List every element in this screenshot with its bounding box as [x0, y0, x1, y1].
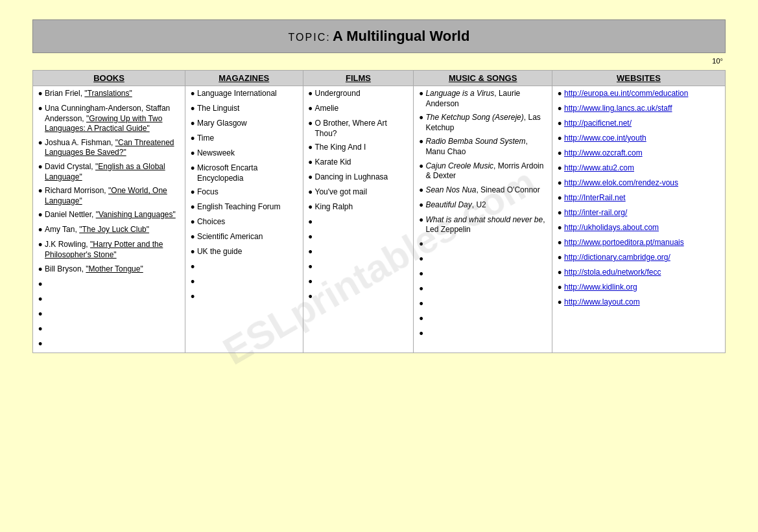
website-item[interactable]: http://dictionary.cambridge.org/ [564, 253, 720, 263]
bullet-point: • [38, 161, 45, 173]
bullet-point: • [309, 142, 315, 154]
list-item: •Language International [191, 89, 298, 100]
bullet-point: • [191, 276, 197, 288]
website-link[interactable]: http://www.kidlink.org [564, 283, 637, 292]
website-item[interactable]: http://europa.eu.int/comm/education [564, 89, 720, 99]
website-link[interactable]: http://stola.edu/network/fecc [564, 268, 661, 277]
list-item: •Daniel Nettler, "Vanishing Languages" [38, 210, 180, 221]
book-item: Amy Tan, "The Joy Luck Club" [45, 225, 180, 235]
bullet-point: • [38, 239, 45, 251]
list-item: • [38, 339, 180, 350]
list-item: •http://pacificnet.net/ [558, 119, 720, 130]
list-item: •http://www.portoeditora.pt/manuais [558, 238, 720, 249]
films-cell: •Underground•Amelie•O Brother, Where Art… [303, 86, 414, 353]
bullet-point: • [419, 185, 425, 196]
website-link[interactable]: http://dictionary.cambridge.org/ [564, 253, 670, 262]
website-link[interactable]: http://ukholidays.about.com [564, 223, 659, 232]
bullet-point: • [558, 88, 564, 100]
website-item[interactable]: http://www.ling.lancs.ac.uk/staff [564, 104, 720, 114]
website-item[interactable]: http://stola.edu/network/fecc [564, 268, 720, 278]
bullet-point: • [38, 323, 45, 335]
music-item: What is and what should never be, Led Ze… [425, 215, 547, 235]
website-item[interactable]: http://ukholidays.about.com [564, 223, 720, 233]
websites-cell: •http://europa.eu.int/comm/education•htt… [552, 86, 725, 353]
list-item: •Choices [191, 217, 298, 228]
website-item[interactable]: http://pacificnet.net/ [564, 119, 720, 129]
bullet-point: • [38, 224, 45, 236]
list-item: •Mary Glasgow [191, 119, 298, 130]
item-text: Time [197, 133, 298, 144]
item-text: Amelie [315, 104, 409, 114]
item-text: Newsweek [197, 148, 298, 159]
website-item[interactable]: http://www.kidlink.org [564, 283, 720, 293]
website-item[interactable]: http://www.coe.int/youth [564, 133, 720, 144]
bullet-point: • [191, 163, 197, 174]
item-text: King Ralph [315, 202, 409, 213]
page-number: 10° [32, 57, 726, 65]
website-link[interactable]: http://www.elok.com/rendez-vous [564, 178, 678, 187]
list-item: •Microsoft Encarta Encyclopedia [191, 163, 298, 183]
bullet-point: • [558, 163, 564, 174]
bullet-point: • [38, 264, 45, 275]
list-item: • [38, 279, 180, 290]
bullet-point: • [419, 200, 425, 211]
website-link[interactable]: http://www.coe.int/youth [564, 133, 646, 143]
website-item[interactable]: http://www.layout.com [564, 297, 720, 308]
bullet-point: • [419, 283, 425, 295]
list-item: •What is and what should never be, Led Z… [419, 215, 547, 235]
website-item[interactable]: http://www.ozcraft.com [564, 148, 720, 159]
bullet-point: • [309, 231, 315, 243]
item-text: Microsoft Encarta Encyclopedia [197, 163, 298, 183]
item-text: Language International [197, 89, 298, 99]
website-link[interactable]: http://InterRail.net [564, 193, 626, 202]
bullet-point: • [309, 103, 315, 115]
item-text: Mary Glasgow [197, 119, 298, 129]
list-item: •English Teaching Forum [191, 202, 298, 213]
list-item: • [419, 254, 547, 265]
topic-label: TOPIC: [289, 32, 331, 43]
bullet-point: • [191, 261, 197, 273]
col-header-magazines: MAGAZINES [185, 71, 303, 86]
list-item: • [191, 292, 298, 303]
bullet-point: • [419, 88, 425, 100]
list-item: •http://www.coe.int/youth [558, 133, 720, 145]
bullet-point: • [419, 268, 425, 280]
item-text: English Teaching Forum [197, 202, 298, 213]
website-item[interactable]: http://www.elok.com/rendez-vous [564, 178, 720, 189]
bullet-point: • [191, 103, 197, 115]
list-item: • [309, 232, 409, 243]
bullet-point: • [558, 103, 564, 115]
list-item: •Language is a Virus, Laurie Anderson [419, 89, 547, 109]
bullet-point: • [191, 231, 197, 243]
bullet-point: • [419, 253, 425, 265]
website-link[interactable]: http://europa.eu.int/comm/education [564, 89, 688, 98]
list-item: • [419, 269, 547, 280]
item-text: You've got mail [315, 187, 409, 198]
website-item[interactable]: http://inter-rail.org/ [564, 208, 720, 218]
list-item: •The King And I [309, 143, 409, 154]
bullet-point: • [309, 291, 315, 303]
list-item: •Amelie [309, 104, 409, 115]
website-link[interactable]: http://www.ozcraft.com [564, 148, 643, 157]
website-link[interactable]: http://www.ling.lancs.ac.uk/staff [564, 104, 672, 113]
website-item[interactable]: http://www.atu2.com [564, 163, 720, 174]
bullet-point: • [191, 88, 197, 100]
music-cell: •Language is a Virus, Laurie Anderson•Th… [414, 86, 552, 353]
bullet-point: • [309, 172, 315, 183]
website-link[interactable]: http://www.atu2.com [564, 163, 634, 172]
website-link[interactable]: http://www.portoeditora.pt/manuais [564, 238, 684, 247]
website-item[interactable]: http://www.portoeditora.pt/manuais [564, 238, 720, 248]
list-item: •Beautiful Day, U2 [419, 200, 547, 211]
list-item: •Cajun Creole Music, Morris Ardoin & Dex… [419, 161, 547, 181]
item-text: The Linguist [197, 104, 298, 114]
bullet-point: • [419, 238, 425, 250]
website-link[interactable]: http://www.layout.com [564, 297, 640, 306]
bullet-point: • [38, 308, 45, 320]
website-item[interactable]: http://InterRail.net [564, 193, 720, 203]
bullet-point: • [558, 192, 564, 204]
list-item: •Brian Friel, "Translations" [38, 89, 180, 100]
website-link[interactable]: http://inter-rail.org/ [564, 208, 627, 217]
bullet-point: • [419, 136, 425, 148]
website-link[interactable]: http://pacificnet.net/ [564, 119, 632, 128]
bullet-point: • [558, 222, 564, 234]
